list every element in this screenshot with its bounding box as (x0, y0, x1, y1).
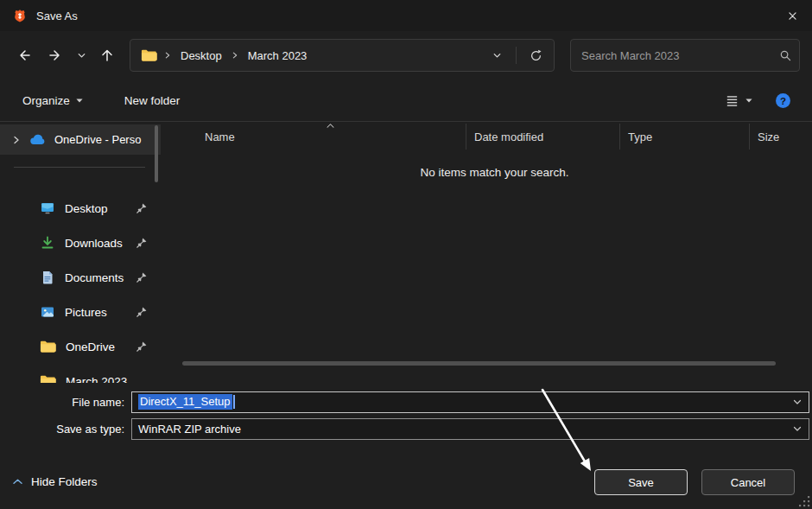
combo-chevron-icon (792, 423, 802, 434)
pin-icon (136, 340, 148, 353)
help-button[interactable]: ? (771, 87, 795, 114)
save-as-type-select[interactable]: WinRAR ZIP archive (131, 418, 809, 440)
organize-caret-icon (76, 99, 83, 103)
pin-icon (136, 202, 148, 214)
sidebar-item-onedrive-folder[interactable]: OneDrive (0, 329, 161, 364)
pin-icon (136, 271, 148, 283)
save-as-type-value: WinRAR ZIP archive (138, 423, 241, 436)
column-header-label: Date modified (474, 130, 543, 143)
close-button[interactable] (772, 0, 812, 31)
new-folder-label: New folder (124, 94, 181, 107)
file-name-row: File name: DirectX_11_Setup (0, 391, 809, 413)
organize-label: Organize (22, 94, 70, 107)
save-as-type-label: Save as type: (0, 423, 131, 436)
text-caret (233, 395, 235, 409)
breadcrumb-item-desktop[interactable]: Desktop (178, 48, 225, 64)
column-header-name[interactable]: Name (177, 124, 466, 150)
column-header-date-modified[interactable]: Date modified (466, 124, 620, 150)
column-header-label: Size (758, 130, 779, 143)
folder-icon (40, 374, 56, 383)
view-caret-icon (745, 99, 752, 103)
save-as-dialog: Save As (0, 0, 812, 509)
downloads-icon (40, 235, 55, 251)
sidebar-item-label: OneDrive - Perso (54, 133, 141, 146)
up-icon (99, 48, 115, 63)
sidebar-item-label: Pictures (65, 306, 107, 319)
recent-locations-chevron-icon (76, 50, 87, 61)
dialog-content: OneDrive - Perso Desktop (0, 122, 812, 383)
pictures-icon (40, 304, 55, 320)
title-bar: Save As (0, 0, 812, 31)
onedrive-cloud-icon (29, 134, 47, 145)
sidebar-item-pictures[interactable]: Pictures (0, 295, 161, 329)
sidebar-item-onedrive-personal[interactable]: OneDrive - Perso (0, 124, 161, 155)
search-icon (779, 49, 792, 62)
sidebar-divider (14, 167, 145, 168)
svg-text:?: ? (780, 94, 786, 105)
brave-icon (12, 8, 28, 24)
folder-icon (141, 48, 157, 62)
forward-icon (48, 48, 63, 63)
pin-icon (136, 237, 148, 249)
sidebar-item-documents[interactable]: Documents (0, 260, 161, 295)
navigation-toolbar: Desktop March 2023 (0, 31, 812, 80)
command-bar: Organize New folder (0, 80, 812, 122)
up-button[interactable] (92, 41, 123, 70)
address-dropdown-chevron-icon (492, 50, 503, 61)
recent-locations-button[interactable] (71, 41, 92, 70)
refresh-button[interactable] (523, 42, 549, 68)
new-folder-button[interactable]: New folder (121, 89, 184, 112)
documents-icon (40, 270, 55, 285)
column-header-type[interactable]: Type (620, 124, 750, 150)
navigation-pane: OneDrive - Perso Desktop (0, 122, 166, 383)
column-header-label: Type (628, 130, 652, 143)
sidebar-item-desktop[interactable]: Desktop (0, 191, 161, 226)
file-list: Name Date modified Type Size No items ma… (177, 122, 812, 383)
change-view-button[interactable] (721, 88, 756, 113)
hide-folders-button[interactable]: Hide Folders (12, 475, 98, 488)
address-bar-divider (516, 47, 517, 64)
window-title: Save As (36, 10, 78, 22)
refresh-icon (530, 49, 542, 62)
sidebar-item-label: Documents (65, 271, 124, 284)
details-view-icon (725, 93, 739, 108)
file-name-input[interactable]: DirectX_11_Setup (131, 391, 809, 413)
empty-results-message: No items match your search. (177, 166, 812, 179)
save-button[interactable]: Save (594, 469, 688, 495)
sidebar-item-march-2023[interactable]: March 2023 (0, 364, 161, 383)
cancel-button[interactable]: Cancel (701, 469, 795, 495)
hide-folders-chevron-icon (12, 478, 23, 486)
save-as-type-row: Save as type: WinRAR ZIP archive (0, 417, 809, 440)
organize-button[interactable]: Organize (19, 89, 86, 112)
resize-grip[interactable] (799, 496, 810, 507)
help-icon: ? (775, 92, 791, 109)
sidebar-item-downloads[interactable]: Downloads (0, 226, 161, 260)
sort-ascending-caret-icon (326, 123, 335, 129)
sidebar-item-label: March 2023 (66, 375, 127, 384)
hide-folders-label: Hide Folders (31, 475, 98, 488)
column-header-label: Name (205, 130, 235, 143)
sidebar-item-label: Downloads (65, 237, 123, 250)
horizontal-scrollbar[interactable] (182, 361, 776, 366)
sidebar-scrollbar[interactable] (155, 125, 158, 182)
command-bar-right: ? (721, 87, 795, 114)
file-list-headers: Name Date modified Type Size (177, 124, 812, 150)
file-name-value: DirectX_11_Setup (138, 394, 232, 410)
folder-icon (40, 340, 56, 353)
file-name-label: File name: (0, 396, 131, 409)
breadcrumb-chevron-icon (231, 51, 239, 60)
expand-chevron-icon[interactable] (11, 135, 22, 145)
combo-chevron-icon (792, 397, 802, 407)
desktop-icon (40, 200, 55, 216)
pin-icon (136, 306, 148, 318)
search-box[interactable] (570, 39, 800, 72)
sidebar-item-label: OneDrive (66, 340, 115, 353)
column-header-size[interactable]: Size (750, 124, 812, 150)
address-dropdown-button[interactable] (484, 42, 510, 68)
sidebar-item-label: Desktop (65, 202, 108, 215)
breadcrumb-item-march-2023[interactable]: March 2023 (245, 48, 310, 64)
search-input[interactable] (581, 49, 779, 62)
forward-button[interactable] (40, 41, 71, 70)
address-bar[interactable]: Desktop March 2023 (130, 39, 555, 72)
back-button[interactable] (9, 41, 40, 70)
